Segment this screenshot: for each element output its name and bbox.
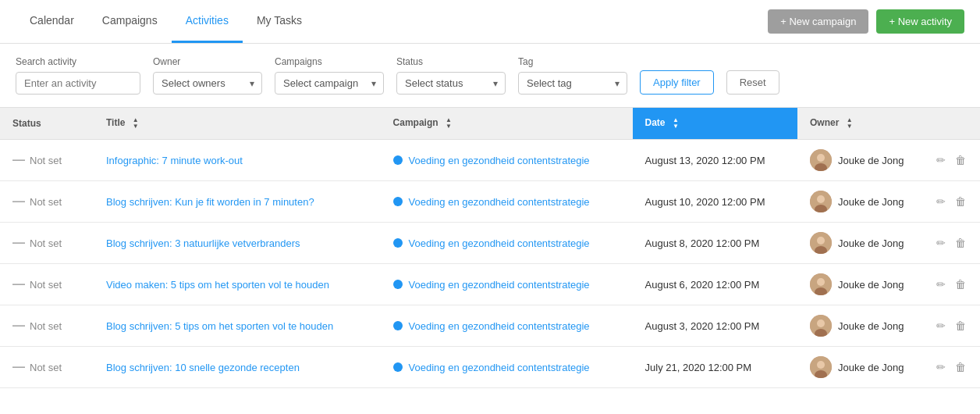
table-row: — Not set Video maken: 5 tips om het spo…	[0, 264, 980, 305]
status-value-5: Not set	[30, 362, 62, 373]
date-cell-4: August 3, 2020 12:00 PM	[633, 305, 797, 347]
campaign-link-2[interactable]: Voeding en gezondheid contentstrategie	[409, 237, 590, 249]
actions-cell-0: ✏ 🗑	[922, 140, 980, 181]
tag-select[interactable]: Select tag	[518, 72, 627, 95]
tab-campaigns[interactable]: Campaigns	[88, 0, 172, 43]
tag-filter-label: Tag	[518, 56, 627, 67]
col-header-status[interactable]: Status	[0, 108, 94, 140]
owner-label: Owner	[153, 56, 262, 67]
campaign-link-1[interactable]: Voeding en gezondheid contentstrategie	[409, 196, 590, 208]
delete-icon-2[interactable]: 🗑	[953, 235, 968, 251]
campaign-link-5[interactable]: Voeding en gezondheid contentstrategie	[409, 362, 590, 373]
owner-select[interactable]: Select owners	[153, 72, 262, 95]
status-select-wrap: Select status	[396, 72, 506, 95]
status-filter-group: Status Select status	[396, 56, 506, 95]
new-campaign-button[interactable]: + New campaign	[768, 9, 868, 34]
edit-icon-5[interactable]: ✏	[935, 359, 947, 375]
tab-calendar[interactable]: Calendar	[16, 0, 88, 43]
date-sort-icon: ▲▼	[673, 117, 679, 130]
search-label: Search activity	[16, 56, 140, 67]
title-link-1[interactable]: Blog schrijven: Kun je fit worden in 7 m…	[106, 196, 314, 208]
campaign-dot-2	[393, 238, 403, 248]
date-cell-5: July 21, 2020 12:00 PM	[633, 347, 797, 388]
campaign-link-4[interactable]: Voeding en gezondheid contentstrategie	[409, 320, 590, 332]
edit-icon-0[interactable]: ✏	[935, 152, 947, 168]
campaign-dot-4	[393, 321, 403, 330]
status-dash-5: —	[12, 360, 25, 374]
campaign-dot-1	[393, 197, 403, 206]
edit-icon-4[interactable]: ✏	[935, 318, 947, 334]
table-row: — Not set Infographic: 7 minute work-out…	[0, 140, 980, 181]
avatar-4	[810, 315, 832, 337]
status-value-1: Not set	[30, 196, 62, 208]
campaign-cell-5: Voeding en gezondheid contentstrategie	[381, 347, 633, 388]
title-link-3[interactable]: Video maken: 5 tips om het sporten vol t…	[106, 279, 329, 291]
campaign-select[interactable]: Select campaign	[275, 72, 384, 95]
reset-filter-button[interactable]: Reset	[726, 70, 779, 95]
actions-cell-2: ✏ 🗑	[922, 223, 980, 264]
owner-name-1: Jouke de Jong	[838, 196, 904, 208]
edit-icon-2[interactable]: ✏	[935, 235, 947, 251]
status-dash-3: —	[12, 277, 25, 291]
activities-table: Status Title ▲▼ Campaign ▲▼ Date ▲▼	[0, 108, 980, 388]
status-filter-label: Status	[396, 56, 506, 67]
table-row: — Not set Blog schrijven: Kun je fit wor…	[0, 181, 980, 223]
delete-icon-4[interactable]: 🗑	[953, 318, 968, 334]
campaign-sort-icon: ▲▼	[446, 117, 452, 130]
status-value-3: Not set	[30, 279, 62, 291]
title-cell-3: Video maken: 5 tips om het sporten vol t…	[94, 264, 381, 305]
title-cell-0: Infographic: 7 minute work-out	[94, 140, 381, 181]
title-cell-5: Blog schrijven: 10 snelle gezonde recept…	[94, 347, 381, 388]
avatar-5	[810, 356, 832, 378]
tab-activities[interactable]: Activities	[172, 0, 243, 43]
edit-icon-3[interactable]: ✏	[935, 277, 947, 292]
edit-icon-1[interactable]: ✏	[935, 194, 947, 209]
delete-icon-3[interactable]: 🗑	[953, 277, 968, 292]
owner-filter-group: Owner Select owners	[153, 56, 262, 95]
campaign-filter-label: Campaigns	[275, 56, 384, 67]
campaign-dot-0	[393, 155, 403, 165]
delete-icon-1[interactable]: 🗑	[953, 194, 968, 209]
campaign-cell-0: Voeding en gezondheid contentstrategie	[381, 140, 633, 181]
tab-my-tasks[interactable]: My Tasks	[243, 0, 316, 43]
campaign-cell-3: Voeding en gezondheid contentstrategie	[381, 264, 633, 305]
apply-filter-button[interactable]: Apply filter	[640, 70, 714, 95]
status-dash-2: —	[12, 236, 25, 250]
owner-cell-4: Jouke de Jong	[797, 305, 922, 347]
owner-cell-1: Jouke de Jong	[797, 181, 922, 223]
col-header-actions	[922, 108, 980, 140]
campaign-cell-2: Voeding en gezondheid contentstrategie	[381, 223, 633, 264]
campaign-cell-4: Voeding en gezondheid contentstrategie	[381, 305, 633, 347]
campaign-dot-3	[393, 280, 403, 289]
table-body: — Not set Infographic: 7 minute work-out…	[0, 140, 980, 388]
campaign-link-3[interactable]: Voeding en gezondheid contentstrategie	[409, 279, 590, 291]
status-cell-1: — Not set	[0, 181, 94, 223]
col-header-date[interactable]: Date ▲▼	[633, 108, 797, 140]
delete-icon-5[interactable]: 🗑	[953, 359, 968, 375]
delete-icon-0[interactable]: 🗑	[953, 152, 968, 168]
search-filter-group: Search activity	[16, 56, 140, 95]
tag-select-wrap: Select tag	[518, 72, 627, 95]
status-select[interactable]: Select status	[396, 72, 506, 95]
title-link-2[interactable]: Blog schrijven: 3 natuurlijke vetverbran…	[106, 237, 300, 249]
owner-name-2: Jouke de Jong	[838, 237, 904, 249]
col-header-title[interactable]: Title ▲▼	[94, 108, 381, 140]
title-cell-2: Blog schrijven: 3 natuurlijke vetverbran…	[94, 223, 381, 264]
activities-table-container: Status Title ▲▼ Campaign ▲▼ Date ▲▼	[0, 108, 980, 414]
status-value-0: Not set	[30, 155, 62, 166]
actions-cell-5: ✏ 🗑	[922, 347, 980, 388]
campaign-link-0[interactable]: Voeding en gezondheid contentstrategie	[409, 155, 590, 166]
title-link-5[interactable]: Blog schrijven: 10 snelle gezonde recept…	[106, 362, 300, 373]
title-link-0[interactable]: Infographic: 7 minute work-out	[106, 155, 243, 166]
status-value-2: Not set	[30, 237, 62, 249]
new-activity-button[interactable]: + New activity	[876, 9, 964, 34]
title-link-4[interactable]: Blog schrijven: 5 tips om het sporten vo…	[106, 320, 333, 332]
campaign-select-wrap: Select campaign	[275, 72, 384, 95]
col-header-owner[interactable]: Owner ▲▼	[797, 108, 922, 140]
app-container: Calendar Campaigns Activities My Tasks +…	[0, 0, 980, 414]
search-input[interactable]	[16, 72, 140, 95]
avatar-3	[810, 273, 832, 295]
status-dash-1: —	[12, 195, 25, 209]
owner-cell-0: Jouke de Jong	[797, 140, 922, 181]
col-header-campaign[interactable]: Campaign ▲▼	[381, 108, 633, 140]
